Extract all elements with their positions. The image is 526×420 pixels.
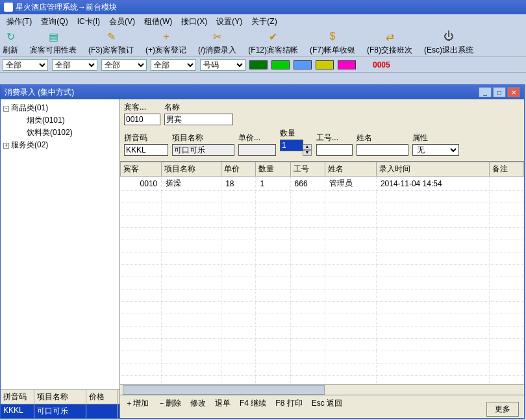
grid-header[interactable]: 工号 bbox=[290, 162, 325, 177]
tree-node[interactable]: 烟类(0101) bbox=[3, 114, 117, 127]
toolbar-button[interactable]: ▤宾客可用性表 bbox=[30, 29, 77, 56]
toolbar-label: (Esc)退出系统 bbox=[424, 45, 473, 56]
status-swatch[interactable] bbox=[294, 60, 312, 69]
toolbar-icon: ✂ bbox=[210, 29, 225, 43]
grid-cell: 管理员 bbox=[325, 177, 376, 191]
guest-input[interactable] bbox=[124, 114, 160, 125]
tree-node[interactable]: +服务类(02) bbox=[3, 139, 117, 151]
toolbar-label: 宾客可用性表 bbox=[30, 45, 77, 56]
qty-input[interactable] bbox=[280, 140, 303, 151]
toolbar-label: (F12)宾客结帐 bbox=[248, 45, 298, 56]
menu-item[interactable]: 租借(W) bbox=[140, 15, 176, 29]
status-swatch[interactable] bbox=[271, 60, 290, 69]
qty-down-button[interactable]: ▼ bbox=[303, 150, 312, 156]
filter-combo[interactable]: 全部 bbox=[151, 59, 196, 71]
grid-cell: 2014-11-04 14:54 bbox=[376, 177, 489, 191]
grid-header[interactable]: 项目名称 bbox=[162, 162, 221, 177]
horizontal-scrollbar[interactable] bbox=[120, 384, 524, 395]
attr-label: 属性 bbox=[412, 132, 459, 143]
filter-combo[interactable]: 全部 bbox=[52, 59, 97, 71]
main-titlebar: 星火酒店管理系统→前台模块 bbox=[0, 0, 526, 14]
name-input[interactable] bbox=[164, 114, 233, 125]
grid-cell: 1 bbox=[256, 177, 290, 191]
minimize-button[interactable]: _ bbox=[479, 87, 492, 97]
menu-item[interactable]: 接口(X) bbox=[177, 15, 211, 29]
filter-combo[interactable]: 全部 bbox=[101, 59, 147, 71]
tree-node[interactable]: 饮料类(0102) bbox=[3, 127, 117, 139]
footer-action[interactable]: 修改 bbox=[190, 398, 206, 409]
maximize-button[interactable]: □ bbox=[493, 87, 506, 97]
toolbar-button[interactable]: ✎(F3)宾客预订 bbox=[88, 29, 134, 56]
grid-header[interactable]: 姓名 bbox=[325, 162, 376, 177]
price-input[interactable] bbox=[238, 144, 276, 156]
toolbar-icon: ⏻ bbox=[442, 29, 456, 43]
grid-row[interactable]: 0010搓澡181666管理员2014-11-04 14:54 bbox=[121, 177, 524, 191]
close-button[interactable]: ✕ bbox=[507, 87, 520, 97]
entry-pane: 宾客... 名称 拼音码 项目名称 bbox=[120, 99, 524, 418]
grid-header[interactable]: 单价 bbox=[221, 162, 256, 177]
grid-header[interactable]: 录入时间 bbox=[376, 162, 489, 177]
tree-toggle-icon[interactable]: - bbox=[3, 106, 9, 112]
grid-header[interactable]: 数量 bbox=[256, 162, 290, 177]
footer-action[interactable]: ＋增加 bbox=[125, 398, 149, 409]
app-icon bbox=[4, 3, 13, 12]
staffid-input[interactable] bbox=[316, 144, 353, 156]
status-swatch[interactable] bbox=[249, 60, 268, 69]
menu-item[interactable]: 会员(V) bbox=[105, 15, 139, 29]
item-label: 项目名称 bbox=[172, 132, 234, 143]
status-swatch[interactable] bbox=[338, 60, 356, 69]
qty-up-button[interactable]: ▲ bbox=[303, 144, 312, 150]
tree-label: 服务类(02) bbox=[11, 140, 48, 149]
grid-cell: 18 bbox=[221, 177, 256, 191]
name-label: 名称 bbox=[164, 102, 233, 113]
filter-bar: 全部全部全部全部号码0005 bbox=[0, 57, 526, 73]
filter-combo[interactable]: 号码 bbox=[200, 59, 245, 71]
category-tree[interactable]: -商品类(01)烟类(0101)饮料类(0102)+服务类(02) bbox=[1, 99, 119, 389]
toolbar-button[interactable]: ✂(/)消费录入 bbox=[198, 29, 236, 56]
tree-toggle-icon[interactable]: + bbox=[3, 143, 9, 149]
col-price: 价格 bbox=[86, 390, 118, 404]
toolbar: ↻刷新▤宾客可用性表✎(F3)宾客预订＋(+)宾客登记✂(/)消费录入✔(F12… bbox=[0, 29, 526, 57]
footer-action[interactable]: －删除 bbox=[158, 398, 181, 409]
guest-label[interactable]: 宾客... bbox=[124, 102, 160, 113]
toolbar-button[interactable]: $(F7)帐单收银 bbox=[310, 29, 355, 56]
toolbar-button[interactable]: ⇄(F8)交接班次 bbox=[367, 29, 412, 56]
menu-item[interactable]: 设置(Y) bbox=[212, 15, 246, 29]
grid-header[interactable]: 备注 bbox=[489, 162, 523, 177]
toolbar-button[interactable]: ↻刷新 bbox=[3, 29, 18, 56]
tree-label: 商品类(01) bbox=[11, 103, 48, 112]
staffname-input[interactable] bbox=[357, 144, 408, 156]
price-label[interactable]: 单价... bbox=[238, 132, 276, 143]
item-input[interactable] bbox=[172, 144, 234, 156]
staffid-label[interactable]: 工号... bbox=[316, 132, 353, 143]
col-pinyin: 拼音码 bbox=[1, 390, 34, 404]
category-pane: -商品类(01)烟类(0101)饮料类(0102)+服务类(02) 拼音码 项目… bbox=[1, 99, 120, 418]
footer-action[interactable]: F8 打印 bbox=[275, 398, 302, 409]
tree-node[interactable]: -商品类(01) bbox=[3, 102, 117, 114]
footer-action[interactable]: 退单 bbox=[215, 398, 231, 409]
grid-header[interactable]: 宾客 bbox=[121, 162, 162, 177]
status-swatch[interactable] bbox=[316, 60, 334, 69]
footer-action[interactable]: F4 继续 bbox=[240, 398, 266, 409]
filter-combo[interactable]: 全部 bbox=[3, 59, 48, 71]
toolbar-button[interactable]: ✔(F12)宾客结帐 bbox=[248, 29, 298, 56]
toolbar-button[interactable]: ⏻(Esc)退出系统 bbox=[424, 29, 473, 56]
item-lookup-grid[interactable]: 拼音码 项目名称 价格 KKKL 可口可乐 bbox=[1, 389, 119, 418]
grid-cell: 搓澡 bbox=[162, 177, 221, 191]
toolbar-icon: ✎ bbox=[104, 29, 118, 43]
toolbar-label: 刷新 bbox=[3, 45, 18, 56]
menu-item[interactable]: 关于(Z) bbox=[247, 15, 281, 29]
toolbar-button[interactable]: ＋(+)宾客登记 bbox=[145, 29, 186, 56]
entries-grid[interactable]: 宾客项目名称单价数量工号姓名录入时间备注 0010搓澡181666管理员2014… bbox=[120, 161, 524, 384]
menu-item[interactable]: IC卡(I) bbox=[73, 15, 104, 29]
lookup-row-selected[interactable]: KKKL 可口可乐 bbox=[1, 404, 119, 418]
footer-action[interactable]: Esc 返回 bbox=[312, 398, 342, 409]
menu-item[interactable]: 操作(T) bbox=[3, 15, 36, 29]
grid-cell: 666 bbox=[290, 177, 325, 191]
toolbar-icon: ＋ bbox=[159, 29, 173, 43]
menu-item[interactable]: 查询(Q) bbox=[37, 15, 71, 29]
col-itemname: 项目名称 bbox=[34, 390, 86, 404]
pinyin-input[interactable] bbox=[124, 144, 168, 156]
attr-select[interactable]: 无 bbox=[412, 144, 459, 156]
more-button[interactable]: 更多 bbox=[486, 402, 519, 417]
